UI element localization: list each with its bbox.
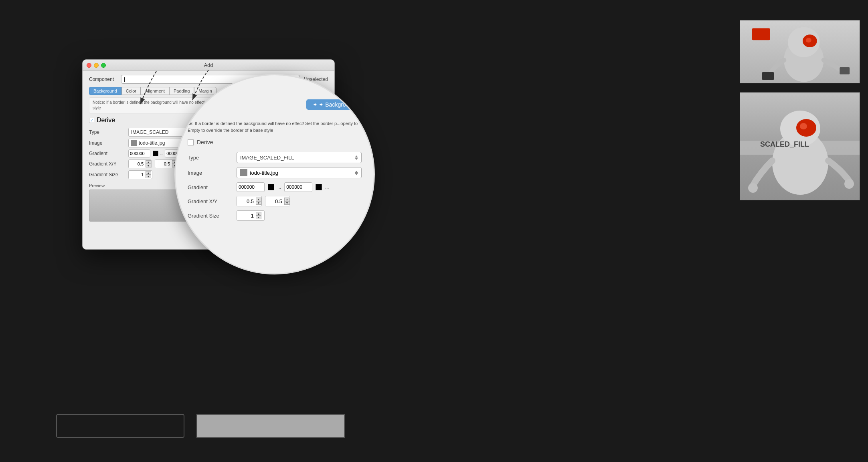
gradient-x-stepper[interactable]: ▲ ▼ [128, 159, 152, 168]
svg-point-13 [800, 123, 807, 129]
close-button[interactable] [87, 63, 91, 68]
type-label: Type [89, 129, 125, 135]
svg-point-14 [748, 183, 758, 193]
mag-type-arrow-icon [355, 155, 358, 160]
derive-label: Derive [97, 117, 115, 124]
mag-gradient-input2[interactable]: 000000 [284, 182, 312, 192]
mag-size-stepper-buttons: ▲ ▼ [256, 212, 261, 219]
image-label: Image [89, 140, 125, 146]
mag-y-down-button[interactable]: ▼ [284, 201, 290, 205]
component-label: Component [89, 77, 117, 82]
mag-gradient-y-input[interactable] [265, 196, 283, 206]
mag-gradient-swatch2[interactable] [316, 184, 322, 190]
derive-checkbox[interactable]: ✓ [89, 118, 94, 123]
robot-bottom-svg: SCALED_FILL [740, 93, 860, 200]
tab-padding[interactable]: Padding [169, 87, 194, 95]
tab-alignment[interactable]: Alignment [141, 87, 169, 95]
robot-top-svg [740, 20, 860, 83]
mag-gradient-swatch1[interactable] [268, 184, 274, 190]
mag-background-button[interactable]: ✦ ✦ Background [306, 99, 362, 110]
mag-y-up-button[interactable]: ▲ [284, 198, 290, 201]
mag-gradient-xy-label: Gradient X/Y [188, 198, 232, 204]
dialog-titlebar: Add [83, 60, 334, 71]
mag-gradient-x-input[interactable] [237, 196, 255, 206]
svg-rect-5 [762, 72, 774, 80]
maximize-button[interactable] [101, 63, 106, 68]
preview-image-top [740, 20, 860, 83]
gradient-size-input[interactable] [129, 171, 145, 179]
mag-derive-row: Derive [188, 139, 362, 145]
mag-image-value: todo-title.jpg [250, 170, 278, 176]
mag-image-dropdown[interactable]: todo-title.jpg [237, 167, 362, 178]
minimize-button[interactable] [94, 63, 99, 68]
gradient-xy-label: Gradient X/Y [89, 161, 125, 167]
bottom-box-left [56, 414, 184, 438]
mag-size-down-button[interactable]: ▼ [256, 216, 261, 219]
gradient-ellipsis1: ... [160, 151, 163, 156]
mag-x-down-button[interactable]: ▼ [256, 201, 261, 205]
gradient-x-down-button[interactable]: ▼ [146, 164, 151, 167]
mag-gradient-input1[interactable]: 000000 [237, 182, 265, 192]
mag-gradient-size-input[interactable] [237, 211, 255, 220]
gradient-val1[interactable]: 000000 [128, 149, 150, 157]
bottom-box-right [196, 414, 345, 438]
mag-gradient-y-stepper[interactable]: ▲ ▼ [265, 196, 290, 206]
svg-rect-7 [752, 28, 770, 40]
mag-gradient-row: 000000 ... 000000 ... [237, 182, 362, 192]
image-value: todo-title.jpg [139, 140, 165, 146]
mag-y-stepper-buttons: ▲ ▼ [284, 198, 290, 205]
gradient-swatch1[interactable] [153, 151, 158, 156]
mag-background-icon: ✦ [313, 101, 318, 108]
mag-gradient-label: Gradient [188, 184, 232, 190]
svg-point-15 [844, 179, 854, 189]
gradient-size-stepper-buttons: ▲ ▼ [146, 171, 151, 178]
mag-type-label: Type [188, 155, 232, 161]
traffic-lights [87, 63, 106, 68]
gradient-y-input[interactable] [155, 160, 171, 168]
gradient-size-down-button[interactable]: ▼ [146, 175, 151, 178]
gradient-label: Gradient [89, 151, 125, 156]
mag-image-row: todo-title.jpg [240, 169, 278, 176]
mag-background-label: ✦ Background [319, 101, 355, 108]
magnified-content: ✦ ✦ Background ce: If a border is define… [188, 99, 362, 221]
mag-type-dropdown[interactable]: IMAGE_SCALED_FILL [237, 152, 362, 163]
gradient-x-input[interactable] [129, 160, 145, 168]
mag-xy-row: ▲ ▼ ▲ ▼ [237, 196, 362, 206]
mag-image-thumb [240, 169, 247, 176]
mag-image-label: Image [188, 170, 232, 176]
mag-gradient-size-label: Gradient Size [188, 213, 232, 219]
gradient-x-stepper-buttons: ▲ ▼ [146, 160, 151, 167]
mag-image-arrow-icon [355, 171, 358, 175]
svg-point-4 [806, 38, 811, 42]
dialog-title: Add [204, 62, 213, 68]
type-value: IMAGE_SCALED [131, 129, 168, 135]
gradient-size-label: Gradient Size [89, 172, 125, 178]
mag-gradient-size-stepper[interactable]: ▲ ▼ [237, 210, 265, 221]
svg-text:SCALED_FILL: SCALED_FILL [760, 140, 809, 148]
mag-notice: ce: If a border is defined the backgroun… [188, 120, 362, 133]
gradient-size-up-button[interactable]: ▲ [146, 171, 151, 175]
tab-color[interactable]: Color [121, 87, 141, 95]
preview-image-bottom: SCALED_FILL [740, 92, 860, 200]
component-value: | [124, 77, 125, 82]
gradient-size-stepper[interactable]: ▲ ▼ [128, 170, 152, 179]
bottom-section [56, 414, 345, 438]
image-thumb [131, 140, 137, 146]
mag-gradient-dots2: ... [325, 185, 329, 190]
magnified-circle: ✦ ✦ Background ce: If a border is define… [174, 74, 375, 274]
mag-size-up-button[interactable]: ▲ [256, 212, 261, 216]
svg-rect-6 [840, 67, 850, 75]
mag-form: Type IMAGE_SCALED_FILL Image todo-title.… [188, 152, 362, 221]
mag-type-value: IMAGE_SCALED_FILL [240, 155, 294, 161]
mag-gradient-dots1: ... [277, 185, 281, 190]
tab-margin[interactable]: Margin [194, 87, 216, 95]
mag-x-up-button[interactable]: ▲ [256, 198, 261, 201]
mag-derive-checkbox[interactable] [188, 139, 194, 145]
mag-x-stepper-buttons: ▲ ▼ [256, 198, 261, 205]
mag-gradient-x-stepper[interactable]: ▲ ▼ [237, 196, 262, 206]
tab-background[interactable]: Background [89, 87, 121, 95]
gradient-x-up-button[interactable]: ▲ [146, 160, 151, 164]
mag-derive-label: Derive [197, 139, 213, 145]
